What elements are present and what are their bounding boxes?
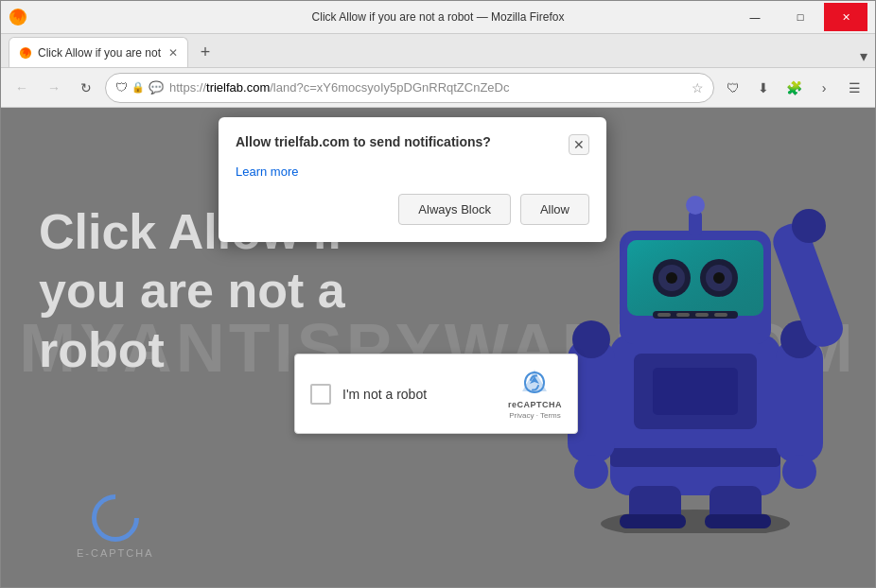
active-tab[interactable]: Click Allow if you are not ✕ xyxy=(9,37,188,67)
tab-bar: Click Allow if you are not ✕ + ▾ xyxy=(1,34,875,68)
popup-close-button[interactable]: ✕ xyxy=(569,134,589,155)
window-controls: ― □ ✕ xyxy=(733,3,867,31)
svg-rect-17 xyxy=(657,313,671,317)
terms-link[interactable]: Terms xyxy=(540,411,561,420)
url-text: https://trielfab.com/land?c=xY6mocsyoIy5… xyxy=(169,80,686,95)
ecaptcha-icon xyxy=(81,485,149,552)
svg-point-34 xyxy=(792,209,826,243)
recaptcha-links: Privacy · Terms xyxy=(509,411,561,420)
permissions-icon: 💬 xyxy=(149,80,164,95)
more-tools-button[interactable]: › xyxy=(811,75,837,101)
svg-rect-9 xyxy=(627,240,763,316)
svg-point-12 xyxy=(666,272,677,284)
svg-rect-18 xyxy=(676,313,690,317)
shield-icon: 🛡 xyxy=(115,80,128,95)
ecaptcha-label: E-CAPTCHA xyxy=(77,547,154,559)
popup-buttons: Always Block Allow xyxy=(236,194,589,225)
svg-rect-19 xyxy=(695,313,709,317)
maximize-button[interactable]: □ xyxy=(779,3,822,31)
back-button[interactable]: ← xyxy=(9,75,35,101)
title-bar: Click Allow if you are not a robot — Moz… xyxy=(1,1,875,34)
recaptcha-checkbox[interactable] xyxy=(310,384,331,405)
tab-favicon-icon xyxy=(19,46,32,60)
shield-toolbar-button[interactable]: 🛡 xyxy=(720,75,746,101)
menu-button[interactable]: ☰ xyxy=(841,75,867,101)
url-bar[interactable]: 🛡 🔒 💬 https://trielfab.com/land?c=xY6moc… xyxy=(105,73,714,103)
svg-rect-31 xyxy=(620,514,686,528)
popup-title: Allow trielfab.com to send notifications… xyxy=(236,134,510,149)
firefox-logo-icon xyxy=(9,8,27,26)
recaptcha-widget: I'm not a robot reCAPTCHA Privacy · Term… xyxy=(294,354,578,434)
tab-bar-right: ▾ xyxy=(860,47,867,65)
url-path: /land?c=xY6mocsyoIy5pDGnRRqtZCnZeDc xyxy=(270,80,509,95)
browser-title: Click Allow if you are not a robot — Moz… xyxy=(312,10,565,24)
address-bar: ← → ↻ 🛡 🔒 💬 https://trielfab.com/land?c=… xyxy=(1,68,875,108)
main-text-line2: you are not a xyxy=(39,261,345,320)
recaptcha-logo-icon xyxy=(519,368,550,398)
learn-more-link[interactable]: Learn more xyxy=(236,164,589,179)
title-bar-left xyxy=(9,8,27,26)
allow-button[interactable]: Allow xyxy=(520,194,589,225)
tab-close-icon[interactable]: ✕ xyxy=(168,46,178,60)
svg-rect-4 xyxy=(610,448,780,467)
svg-point-24 xyxy=(572,320,610,358)
recaptcha-right: reCAPTCHA Privacy · Terms xyxy=(508,368,562,420)
svg-rect-21 xyxy=(689,212,702,235)
tab-label: Click Allow if you are not xyxy=(38,46,161,60)
close-button[interactable]: ✕ xyxy=(824,3,867,31)
url-icons: 🛡 🔒 💬 xyxy=(115,80,164,95)
ecaptcha-logo: E-CAPTCHA xyxy=(77,494,154,559)
svg-point-22 xyxy=(686,196,705,215)
minimize-button[interactable]: ― xyxy=(733,3,777,31)
url-domain: trielfab.com xyxy=(206,80,270,95)
recaptcha-label: I'm not a robot xyxy=(342,387,427,402)
recaptcha-brand: reCAPTCHA xyxy=(508,400,562,409)
svg-rect-32 xyxy=(705,514,771,528)
downloads-button[interactable]: ⬇ xyxy=(750,75,777,101)
url-scheme: https:// xyxy=(169,80,206,95)
always-block-button[interactable]: Always Block xyxy=(398,194,511,225)
lock-icon: 🔒 xyxy=(131,81,145,94)
notification-popup: Allow trielfab.com to send notifications… xyxy=(219,117,606,242)
page-content: MYANTISPYWARE.COM Click Allow if you are… xyxy=(1,108,875,587)
svg-rect-6 xyxy=(653,368,738,415)
tab-list-icon[interactable]: ▾ xyxy=(860,47,867,65)
bookmark-star-icon[interactable]: ☆ xyxy=(692,80,704,95)
privacy-link[interactable]: Privacy xyxy=(509,411,534,420)
svg-point-27 xyxy=(574,455,608,489)
svg-point-28 xyxy=(782,455,816,489)
recaptcha-left: I'm not a robot xyxy=(310,384,427,405)
forward-button[interactable]: → xyxy=(41,75,67,101)
new-tab-button[interactable]: + xyxy=(192,39,219,65)
refresh-button[interactable]: ↻ xyxy=(73,75,99,101)
toolbar-right: 🛡 ⬇ 🧩 › ☰ xyxy=(720,75,867,101)
popup-header: Allow trielfab.com to send notifications… xyxy=(236,134,589,155)
svg-rect-20 xyxy=(714,313,727,317)
extensions-button[interactable]: 🧩 xyxy=(780,75,807,101)
browser-window: Click Allow if you are not a robot — Moz… xyxy=(0,0,876,588)
svg-point-15 xyxy=(713,272,725,284)
